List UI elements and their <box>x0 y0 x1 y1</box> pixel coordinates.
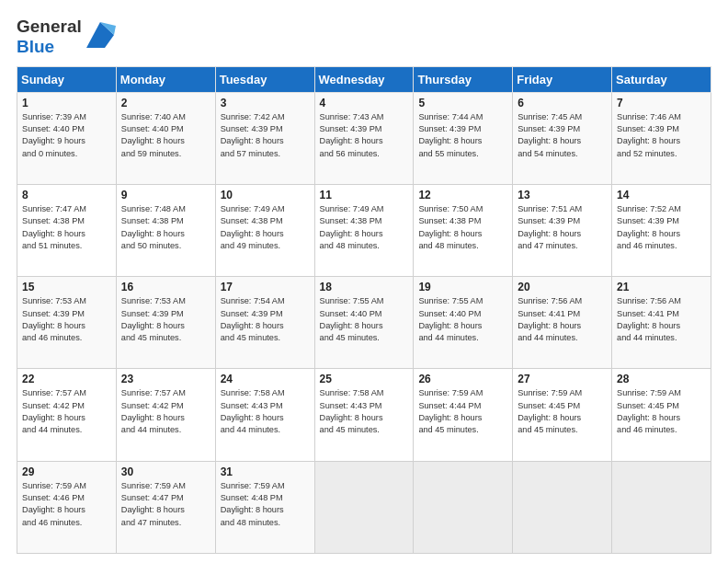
day-number: 24 <box>221 373 310 385</box>
day-info: Sunrise: 7:59 AMSunset: 4:45 PMDaylight:… <box>518 387 607 436</box>
calendar-week-1: 1Sunrise: 7:39 AMSunset: 4:40 PMDaylight… <box>17 92 711 184</box>
day-info: Sunrise: 7:59 AMSunset: 4:44 PMDaylight:… <box>418 387 507 436</box>
day-info: Sunrise: 7:53 AMSunset: 4:39 PMDaylight:… <box>121 295 210 344</box>
calendar-cell: 12Sunrise: 7:50 AMSunset: 4:38 PMDayligh… <box>414 184 513 276</box>
column-header-wednesday: Wednesday <box>314 66 414 92</box>
header: General Blue <box>17 17 711 57</box>
calendar-cell: 21Sunrise: 7:56 AMSunset: 4:41 PMDayligh… <box>612 277 711 369</box>
calendar-cell: 30Sunrise: 7:59 AMSunset: 4:47 PMDayligh… <box>116 461 215 553</box>
day-info: Sunrise: 7:54 AMSunset: 4:39 PMDaylight:… <box>221 295 310 344</box>
day-number: 17 <box>221 281 310 293</box>
day-info: Sunrise: 7:49 AMSunset: 4:38 PMDaylight:… <box>320 203 409 252</box>
calendar-cell: 6Sunrise: 7:45 AMSunset: 4:39 PMDaylight… <box>513 92 612 184</box>
day-number: 20 <box>518 281 607 293</box>
day-info: Sunrise: 7:58 AMSunset: 4:43 PMDaylight:… <box>221 387 310 436</box>
day-number: 1 <box>22 97 111 109</box>
calendar-week-3: 15Sunrise: 7:53 AMSunset: 4:39 PMDayligh… <box>17 277 711 369</box>
calendar-cell: 1Sunrise: 7:39 AMSunset: 4:40 PMDaylight… <box>17 92 117 184</box>
day-number: 6 <box>518 97 607 109</box>
day-number: 12 <box>418 189 507 201</box>
calendar-cell <box>414 461 513 553</box>
day-number: 2 <box>121 97 210 109</box>
day-number: 25 <box>320 373 409 385</box>
day-info: Sunrise: 7:56 AMSunset: 4:41 PMDaylight:… <box>518 295 607 344</box>
column-header-saturday: Saturday <box>612 66 711 92</box>
column-header-sunday: Sunday <box>17 66 117 92</box>
calendar-cell: 3Sunrise: 7:42 AMSunset: 4:39 PMDaylight… <box>215 92 314 184</box>
day-number: 19 <box>418 281 507 293</box>
day-info: Sunrise: 7:55 AMSunset: 4:40 PMDaylight:… <box>418 295 507 344</box>
day-info: Sunrise: 7:48 AMSunset: 4:38 PMDaylight:… <box>121 203 210 252</box>
day-info: Sunrise: 7:44 AMSunset: 4:39 PMDaylight:… <box>418 111 507 160</box>
calendar-week-2: 8Sunrise: 7:47 AMSunset: 4:38 PMDaylight… <box>17 184 711 276</box>
day-info: Sunrise: 7:57 AMSunset: 4:42 PMDaylight:… <box>22 387 111 436</box>
calendar-header-row: SundayMondayTuesdayWednesdayThursdayFrid… <box>17 66 711 92</box>
calendar-cell: 20Sunrise: 7:56 AMSunset: 4:41 PMDayligh… <box>513 277 612 369</box>
logo-icon <box>85 18 116 53</box>
column-header-thursday: Thursday <box>414 66 513 92</box>
day-info: Sunrise: 7:58 AMSunset: 4:43 PMDaylight:… <box>320 387 409 436</box>
calendar-cell: 9Sunrise: 7:48 AMSunset: 4:38 PMDaylight… <box>116 184 215 276</box>
day-number: 7 <box>617 97 706 109</box>
calendar-cell: 31Sunrise: 7:59 AMSunset: 4:48 PMDayligh… <box>215 461 314 553</box>
day-info: Sunrise: 7:49 AMSunset: 4:38 PMDaylight:… <box>221 203 310 252</box>
day-number: 16 <box>121 281 210 293</box>
day-info: Sunrise: 7:40 AMSunset: 4:40 PMDaylight:… <box>121 111 210 160</box>
day-number: 8 <box>22 189 111 201</box>
logo-general: General <box>17 17 82 37</box>
day-number: 29 <box>22 465 111 478</box>
day-number: 3 <box>221 97 310 109</box>
column-header-monday: Monday <box>116 66 215 92</box>
day-info: Sunrise: 7:55 AMSunset: 4:40 PMDaylight:… <box>320 295 409 344</box>
day-number: 22 <box>22 373 111 385</box>
day-info: Sunrise: 7:46 AMSunset: 4:39 PMDaylight:… <box>617 111 706 160</box>
day-info: Sunrise: 7:59 AMSunset: 4:46 PMDaylight:… <box>22 480 111 529</box>
day-info: Sunrise: 7:59 AMSunset: 4:47 PMDaylight:… <box>121 480 210 529</box>
calendar-cell: 7Sunrise: 7:46 AMSunset: 4:39 PMDaylight… <box>612 92 711 184</box>
day-info: Sunrise: 7:52 AMSunset: 4:39 PMDaylight:… <box>617 203 706 252</box>
day-number: 15 <box>22 281 111 293</box>
day-number: 10 <box>221 189 310 201</box>
day-info: Sunrise: 7:59 AMSunset: 4:45 PMDaylight:… <box>617 387 706 436</box>
calendar-week-4: 22Sunrise: 7:57 AMSunset: 4:42 PMDayligh… <box>17 369 711 461</box>
calendar-cell: 16Sunrise: 7:53 AMSunset: 4:39 PMDayligh… <box>116 277 215 369</box>
calendar-cell: 4Sunrise: 7:43 AMSunset: 4:39 PMDaylight… <box>314 92 414 184</box>
calendar-cell: 26Sunrise: 7:59 AMSunset: 4:44 PMDayligh… <box>414 369 513 461</box>
day-info: Sunrise: 7:43 AMSunset: 4:39 PMDaylight:… <box>320 111 409 160</box>
calendar-cell: 11Sunrise: 7:49 AMSunset: 4:38 PMDayligh… <box>314 184 414 276</box>
calendar-cell: 2Sunrise: 7:40 AMSunset: 4:40 PMDaylight… <box>116 92 215 184</box>
calendar-cell: 13Sunrise: 7:51 AMSunset: 4:39 PMDayligh… <box>513 184 612 276</box>
day-number: 5 <box>418 97 507 109</box>
column-header-tuesday: Tuesday <box>215 66 314 92</box>
calendar-cell <box>612 461 711 553</box>
calendar-cell: 27Sunrise: 7:59 AMSunset: 4:45 PMDayligh… <box>513 369 612 461</box>
calendar-cell: 10Sunrise: 7:49 AMSunset: 4:38 PMDayligh… <box>215 184 314 276</box>
calendar-cell: 14Sunrise: 7:52 AMSunset: 4:39 PMDayligh… <box>612 184 711 276</box>
page: General Blue SundayMondayTuesdayWednesda… <box>0 0 728 563</box>
calendar-cell: 29Sunrise: 7:59 AMSunset: 4:46 PMDayligh… <box>17 461 117 553</box>
calendar-week-5: 29Sunrise: 7:59 AMSunset: 4:46 PMDayligh… <box>17 461 711 553</box>
calendar-cell: 5Sunrise: 7:44 AMSunset: 4:39 PMDaylight… <box>414 92 513 184</box>
calendar-cell: 8Sunrise: 7:47 AMSunset: 4:38 PMDaylight… <box>17 184 117 276</box>
day-info: Sunrise: 7:56 AMSunset: 4:41 PMDaylight:… <box>617 295 706 344</box>
logo: General Blue <box>17 17 116 57</box>
calendar-cell: 22Sunrise: 7:57 AMSunset: 4:42 PMDayligh… <box>17 369 117 461</box>
day-info: Sunrise: 7:59 AMSunset: 4:48 PMDaylight:… <box>221 480 310 529</box>
logo-container: General Blue <box>17 17 116 57</box>
day-number: 21 <box>617 281 706 293</box>
calendar-cell: 18Sunrise: 7:55 AMSunset: 4:40 PMDayligh… <box>314 277 414 369</box>
day-number: 4 <box>320 97 409 109</box>
calendar-cell <box>513 461 612 553</box>
day-info: Sunrise: 7:53 AMSunset: 4:39 PMDaylight:… <box>22 295 111 344</box>
column-header-friday: Friday <box>513 66 612 92</box>
day-number: 30 <box>121 465 210 478</box>
day-info: Sunrise: 7:51 AMSunset: 4:39 PMDaylight:… <box>518 203 607 252</box>
day-info: Sunrise: 7:50 AMSunset: 4:38 PMDaylight:… <box>418 203 507 252</box>
calendar-table: SundayMondayTuesdayWednesdayThursdayFrid… <box>17 66 711 554</box>
calendar-cell <box>314 461 414 553</box>
day-number: 14 <box>617 189 706 201</box>
calendar-cell: 19Sunrise: 7:55 AMSunset: 4:40 PMDayligh… <box>414 277 513 369</box>
day-number: 28 <box>617 373 706 385</box>
day-number: 26 <box>418 373 507 385</box>
day-info: Sunrise: 7:39 AMSunset: 4:40 PMDaylight:… <box>22 111 111 160</box>
